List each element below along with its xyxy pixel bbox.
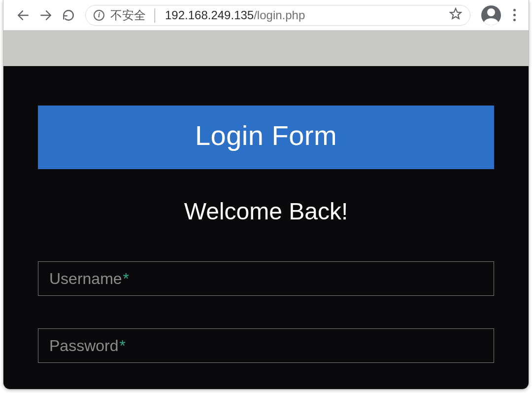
password-label: Password* (49, 337, 126, 355)
dot-icon (513, 14, 516, 16)
reload-icon (62, 9, 75, 22)
login-banner: Login Form (38, 106, 494, 169)
omnibox-separator: │ (152, 8, 159, 22)
profile-button[interactable] (481, 5, 501, 25)
insecure-label: 不安全 (110, 7, 146, 23)
url-text: 192.168.249.135/login.php (165, 8, 443, 22)
login-page: Login Form Welcome Back! Username* Passw… (3, 66, 529, 389)
password-input[interactable] (132, 337, 483, 354)
back-button[interactable] (13, 5, 33, 25)
reload-button[interactable] (59, 5, 78, 25)
username-label-text: Username (49, 270, 122, 287)
dot-icon (513, 19, 516, 21)
svg-marker-2 (450, 8, 461, 19)
url-path: /login.php (254, 8, 305, 22)
required-mark: * (120, 337, 126, 355)
welcome-heading: Welcome Back! (38, 198, 494, 225)
arrow-right-icon (39, 9, 52, 22)
browser-toolbar: 不安全 │ 192.168.249.135/login.php (3, 0, 529, 31)
browser-window: 不安全 │ 192.168.249.135/login.php Logi (3, 0, 529, 390)
password-label-text: Password (49, 337, 119, 355)
star-icon (449, 7, 462, 20)
forward-button[interactable] (36, 5, 56, 25)
required-mark: * (123, 270, 129, 287)
username-input[interactable] (135, 270, 483, 287)
user-icon (481, 5, 501, 25)
svg-point-3 (487, 8, 495, 16)
arrow-left-icon (17, 9, 30, 22)
menu-button[interactable] (507, 9, 522, 21)
username-field[interactable]: Username* (38, 261, 494, 296)
dot-icon (513, 9, 516, 11)
page-viewport: Login Form Welcome Back! Username* Passw… (3, 31, 529, 389)
username-label: Username* (49, 270, 129, 288)
address-bar[interactable]: 不安全 │ 192.168.249.135/login.php (85, 5, 470, 26)
url-host: 192.168.249.135 (165, 8, 254, 22)
info-icon (94, 10, 104, 21)
bookmark-button[interactable] (449, 7, 462, 23)
password-field[interactable]: Password* (38, 328, 494, 363)
